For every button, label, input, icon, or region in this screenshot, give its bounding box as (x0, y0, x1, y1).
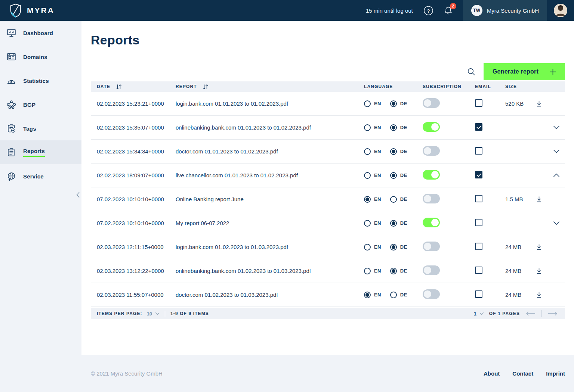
report-name: live.chancellor.com 01.01.2023 to 01.02.… (176, 172, 364, 178)
language-option-en[interactable]: EN (364, 292, 381, 298)
subscription-toggle[interactable] (423, 265, 440, 275)
email-checkbox[interactable] (475, 147, 482, 155)
radio-en[interactable] (364, 148, 371, 155)
language-option-de[interactable]: DE (390, 172, 407, 179)
language-option-en[interactable]: EN (364, 100, 381, 107)
email-checkbox[interactable] (475, 195, 482, 202)
radio-en[interactable] (364, 292, 371, 298)
help-button[interactable]: ? (423, 6, 433, 16)
subscription-toggle[interactable] (423, 218, 440, 227)
expand-row-icon[interactable] (553, 221, 560, 225)
statistics-icon (6, 76, 16, 86)
language-option-de[interactable]: DE (390, 292, 407, 298)
report-date: 02.03.2023 12:11:15+0000 (97, 244, 176, 250)
email-checkbox[interactable] (475, 290, 482, 298)
radio-en[interactable] (364, 220, 371, 227)
report-size: 24 MB (505, 292, 531, 298)
radio-de[interactable] (390, 244, 397, 251)
sidebar-item-domains[interactable]: Domains (0, 45, 81, 69)
email-checkbox[interactable] (475, 267, 482, 274)
next-page-button[interactable] (548, 311, 558, 316)
subscription-toggle[interactable] (423, 98, 440, 108)
download-icon[interactable] (536, 100, 543, 107)
sidebar-item-tags[interactable]: Tags (0, 116, 81, 140)
footer-link-imprint[interactable]: Imprint (546, 370, 565, 377)
radio-en[interactable] (364, 100, 371, 107)
language-option-de[interactable]: DE (390, 220, 407, 227)
sidebar-item-dashboard[interactable]: Dashboard (0, 21, 81, 45)
language-option-de[interactable]: DE (390, 100, 407, 107)
sidebar-item-reports[interactable]: Reports (0, 140, 81, 164)
generate-report-button[interactable]: Generate report (484, 63, 565, 80)
report-date: 02.03.2023 11:55:07+0000 (97, 292, 176, 298)
radio-de[interactable] (390, 292, 397, 298)
radio-en[interactable] (364, 172, 371, 179)
language-option-en[interactable]: EN (364, 196, 381, 203)
language-option-en[interactable]: EN (364, 244, 381, 251)
language-option-en[interactable]: EN (364, 172, 381, 179)
search-button[interactable] (467, 68, 475, 76)
sort-report-button[interactable] (202, 84, 209, 90)
tenant-name: Myra Security GmbH (487, 7, 539, 14)
email-checkbox[interactable] (475, 99, 482, 107)
footer-link-about[interactable]: About (484, 370, 500, 377)
email-checkbox[interactable] (475, 243, 482, 250)
radio-de[interactable] (390, 268, 397, 274)
radio-en[interactable] (364, 124, 371, 131)
user-menu[interactable] (547, 0, 574, 21)
language-option-en[interactable]: EN (364, 148, 381, 155)
download-icon[interactable] (536, 243, 543, 251)
expand-row-icon[interactable] (553, 149, 560, 153)
tenant-switcher[interactable]: TW Myra Security GmbH (463, 0, 547, 21)
subscription-toggle[interactable] (423, 170, 440, 180)
language-option-de[interactable]: DE (390, 124, 407, 131)
radio-de[interactable] (390, 196, 397, 203)
radio-de[interactable] (390, 220, 397, 227)
collapse-row-icon[interactable] (553, 173, 560, 177)
sort-date-button[interactable] (115, 84, 122, 90)
subscription-toggle[interactable] (423, 146, 440, 156)
email-checkbox[interactable] (475, 123, 482, 131)
download-icon[interactable] (536, 196, 543, 203)
language-option-en[interactable]: EN (364, 268, 381, 274)
language-option-de[interactable]: DE (390, 148, 407, 155)
radio-de[interactable] (390, 100, 397, 107)
subscription-toggle[interactable] (423, 122, 440, 132)
table-row: 02.02.2023 15:35:07+0000 onlinebanking.b… (91, 116, 565, 140)
previous-page-button[interactable] (526, 311, 536, 316)
items-per-page-label: ITEMS PER PAGE: (97, 311, 142, 316)
radio-de[interactable] (390, 148, 397, 155)
language-option-de[interactable]: DE (390, 244, 407, 251)
download-icon[interactable] (536, 291, 543, 298)
top-navbar: MYRA 15 min until log out ? 2 TW (0, 0, 574, 21)
sidebar-item-statistics[interactable]: Statistics (0, 69, 81, 93)
sidebar-item-bgp[interactable]: BGP (0, 93, 81, 116)
radio-en[interactable] (364, 268, 371, 274)
language-option-en[interactable]: EN (364, 220, 381, 227)
radio-de[interactable] (390, 172, 397, 179)
tags-icon (6, 124, 16, 134)
items-per-page-select[interactable]: 10 (147, 311, 160, 317)
sidebar-item-service[interactable]: Service (0, 164, 81, 188)
language-option-de[interactable]: DE (390, 268, 407, 274)
myra-logo[interactable]: MYRA (9, 3, 55, 18)
download-icon[interactable] (536, 267, 543, 274)
radio-en[interactable] (364, 196, 371, 203)
page-select[interactable]: 1 (474, 311, 484, 317)
subscription-toggle[interactable] (423, 242, 440, 251)
notifications-button[interactable]: 2 (444, 6, 453, 15)
radio-en[interactable] (364, 244, 371, 251)
sidebar-collapse-button[interactable] (74, 190, 81, 200)
language-option-de[interactable]: DE (390, 196, 407, 203)
subscription-toggle[interactable] (423, 194, 440, 203)
email-checkbox[interactable] (475, 171, 482, 178)
user-avatar (554, 4, 567, 17)
footer-link-contact[interactable]: Contact (512, 370, 533, 377)
main-panel: Reports Generate report DATE (81, 21, 574, 355)
radio-de[interactable] (390, 124, 397, 131)
email-checkbox[interactable] (475, 219, 482, 226)
subscription-toggle[interactable] (423, 289, 440, 299)
report-name: My report 06-07.2022 (176, 220, 364, 226)
language-option-en[interactable]: EN (364, 124, 381, 131)
expand-row-icon[interactable] (553, 125, 560, 130)
